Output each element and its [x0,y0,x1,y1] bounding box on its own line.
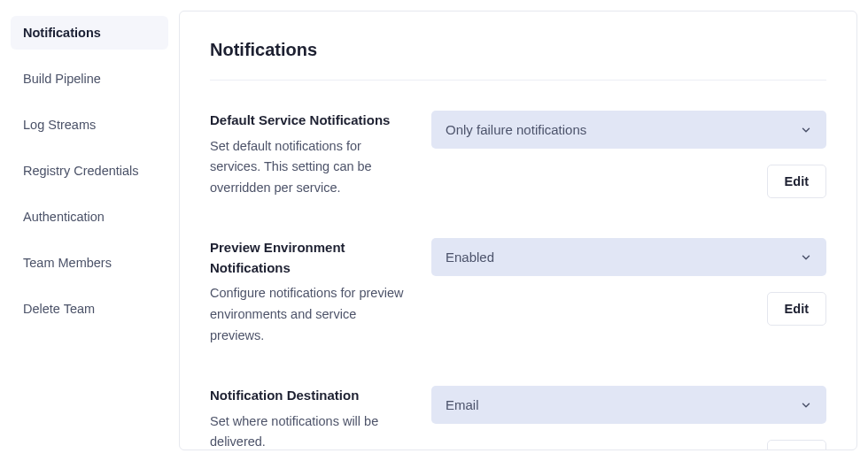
sidebar-item-label: Notifications [23,26,101,40]
setting-controls: Only failure notifications Edit [431,111,826,198]
edit-button[interactable]: Edit [767,165,826,198]
select-value: Only failure notifications [446,122,586,137]
sidebar-item-label: Build Pipeline [23,72,101,86]
setting-label: Preview Environment Notifications [210,238,407,278]
setting-controls: Enabled Edit [431,238,826,326]
setting-label: Notification Destination [210,386,407,406]
sidebar-item-label: Team Members [23,256,112,270]
page-title: Notifications [210,40,826,81]
preview-environment-notifications-select[interactable]: Enabled [431,238,826,276]
setting-notification-destination: Notification Destination Set where notif… [210,386,826,450]
setting-label: Default Service Notifications [210,111,407,131]
setting-description: Configure notifications for preview envi… [210,283,407,347]
sidebar-item-label: Registry Credentials [23,164,139,178]
notification-destination-select[interactable]: Email [431,386,826,424]
setting-info: Preview Environment Notifications Config… [210,238,407,347]
main-panel: Notifications Default Service Notificati… [179,11,857,450]
chevron-down-icon [800,124,812,136]
sidebar-item-team-members[interactable]: Team Members [11,246,168,280]
select-value: Enabled [446,250,494,265]
setting-description: Set where notifications will be delivere… [210,411,407,450]
sidebar: Notifications Build Pipeline Log Streams… [11,11,179,450]
setting-info: Notification Destination Set where notif… [210,386,407,450]
sidebar-item-notifications[interactable]: Notifications [11,16,168,50]
sidebar-item-label: Authentication [23,210,105,224]
sidebar-item-label: Delete Team [23,302,95,316]
edit-button[interactable]: Edit [767,440,826,450]
edit-button[interactable]: Edit [767,292,826,326]
sidebar-item-log-streams[interactable]: Log Streams [11,108,168,142]
sidebar-item-authentication[interactable]: Authentication [11,200,168,234]
default-service-notifications-select[interactable]: Only failure notifications [431,111,826,149]
sidebar-item-label: Log Streams [23,118,96,132]
sidebar-item-delete-team[interactable]: Delete Team [11,292,168,326]
setting-preview-environment-notifications: Preview Environment Notifications Config… [210,238,826,347]
setting-info: Default Service Notifications Set defaul… [210,111,407,199]
setting-default-service-notifications: Default Service Notifications Set defaul… [210,111,826,199]
chevron-down-icon [800,251,812,264]
setting-controls: Email Edit [431,386,826,450]
chevron-down-icon [800,399,812,411]
sidebar-item-build-pipeline[interactable]: Build Pipeline [11,62,168,96]
setting-description: Set default notifications for services. … [210,136,407,200]
select-value: Email [446,397,479,412]
sidebar-item-registry-credentials[interactable]: Registry Credentials [11,154,168,188]
